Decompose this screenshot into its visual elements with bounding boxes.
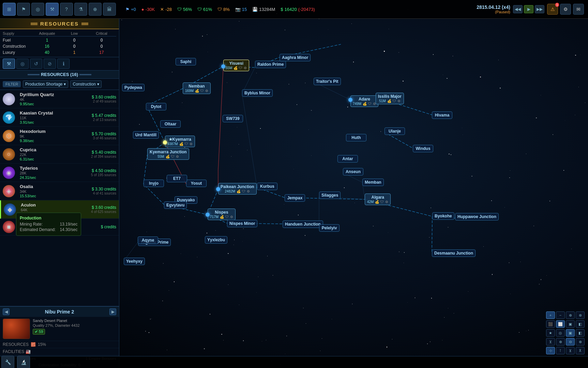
map-node-byokohe[interactable]: Byokohe xyxy=(432,212,454,220)
map-node-sw739[interactable]: SW739 xyxy=(223,115,243,122)
map-node-et7[interactable]: ET7 xyxy=(167,175,187,182)
bottom-nav-1[interactable]: 🔧 xyxy=(1,356,14,368)
map-node-kurbus[interactable]: Kurbus xyxy=(257,183,277,190)
time-forward[interactable]: ▶▶ xyxy=(535,5,544,13)
map-node-windus[interactable]: Windus xyxy=(413,145,433,152)
map-zoom-out[interactable]: − xyxy=(556,311,565,319)
map-extra1[interactable]: ⊹ xyxy=(546,347,555,354)
resource-item-osalia[interactable]: ◈ Osalia 34K 15.53/sec $ 3.30 credits 4 … xyxy=(0,182,119,200)
map-extra4[interactable]: ⊼ xyxy=(576,347,585,354)
map-layer1[interactable]: ⬛ xyxy=(546,320,555,328)
time-rewind[interactable]: ◀◀ xyxy=(513,5,523,13)
map-layer2[interactable]: ⬜ xyxy=(556,320,565,328)
map-filter3[interactable]: ▣ xyxy=(566,329,575,337)
map-node-antar[interactable]: Antar xyxy=(337,155,358,163)
map-node-pydepwa[interactable]: Pydepwa xyxy=(122,84,145,91)
map-node-yyxlezbu[interactable]: Yyxlezbu xyxy=(205,236,227,244)
resource-item-hexodorium[interactable]: ⬡ Hexodorium 9K 9.38/sec $ 5.70 credits … xyxy=(0,127,119,145)
resource-item-cuprica[interactable]: ○ Cuprica 22K 6.31/sec $ 5.40 credits 2 … xyxy=(0,145,119,164)
map-node-kyemarra_junc[interactable]: Kyemarra Junction 55M 💰🛡⚙ xyxy=(147,148,189,160)
tab-circle[interactable]: ◎ xyxy=(16,59,29,69)
map-node-raldon[interactable]: Raldon Prime xyxy=(255,61,286,68)
map-node-handuen[interactable]: Handuen Junction xyxy=(283,220,323,228)
map-reset[interactable]: ⊗ xyxy=(576,311,585,319)
notif-alert[interactable]: ⚠ 1 xyxy=(547,4,558,15)
map-node-yisuesi[interactable]: Yisuesi 55M 💰🛡⚙ xyxy=(223,60,249,71)
nav-btn-empire[interactable]: 🏛 xyxy=(103,3,116,16)
supply-construction-low: 0 xyxy=(61,44,88,49)
map-layer3[interactable]: ▣ xyxy=(566,320,575,328)
map-filter2[interactable]: ◎ xyxy=(556,329,565,337)
planet-next-btn[interactable]: ▶ xyxy=(109,308,116,315)
map-filter4[interactable]: ◧ xyxy=(576,329,585,337)
tab-info[interactable]: ℹ xyxy=(57,59,70,69)
nav-btn-research[interactable]: ⚗ xyxy=(74,3,87,16)
map-filter1[interactable]: ★ xyxy=(546,329,555,337)
map-node-byblus[interactable]: Byblus Minor xyxy=(242,89,273,97)
map-opt3[interactable]: ⊖ xyxy=(566,338,575,346)
resource-list[interactable]: ◇ Dyrillium Quartz 4K 9.95/sec $ 3.60 cr… xyxy=(0,90,119,306)
map-node-inyjo[interactable]: Inyjo xyxy=(144,180,164,187)
map-node-nemban[interactable]: Nemban 169M 💰🛡⚙ xyxy=(183,82,211,94)
map-node-pelelyiv[interactable]: Pelelyiv xyxy=(319,224,340,232)
map-extra2[interactable]: ⊺ xyxy=(556,347,565,354)
filter-label[interactable]: FILTER xyxy=(3,81,21,87)
map-node-nispes_minor[interactable]: Nispes Minor xyxy=(227,220,257,227)
tab-hammer[interactable]: ⚒ xyxy=(3,59,15,69)
map-node-ulanje[interactable]: Ulanje xyxy=(385,127,405,135)
map-node-adare[interactable]: Adare 749M 💰🛡⚙ xyxy=(350,95,378,107)
bottom-nav-2[interactable]: 🔬 xyxy=(17,356,30,368)
map-node-huppawoe[interactable]: Huppawoe Junction xyxy=(455,213,499,220)
map-opt2[interactable]: ⊕ xyxy=(556,338,565,346)
filter-dropdown-shortage[interactable]: Production Shortage ▾ xyxy=(23,80,68,88)
nav-btn-map[interactable]: ⊞ xyxy=(3,3,16,16)
planet-prev-btn[interactable]: ◀ xyxy=(3,308,10,315)
supply-fuel-name: Fuel xyxy=(3,38,33,43)
map-extra3[interactable]: ⊻ xyxy=(566,347,575,354)
map-zoom-in[interactable]: + xyxy=(546,311,555,319)
nav-btn-help[interactable]: ? xyxy=(60,3,73,16)
map-node-paikean[interactable]: Paikean Junction 2482M 💰🛡⚙ xyxy=(218,183,257,195)
map-node-yeehyxy[interactable]: Yeehyxy xyxy=(124,258,145,265)
map-node-memban[interactable]: Memban xyxy=(362,179,384,186)
map-node-dytot[interactable]: Dytot xyxy=(146,103,166,110)
map-node-yosut[interactable]: Yosut xyxy=(186,180,207,187)
map-node-oltaar[interactable]: Oltaar xyxy=(160,120,181,128)
map-node-saphi[interactable]: Saphi xyxy=(176,58,196,65)
nav-btn-construct[interactable]: ⚒ xyxy=(46,3,59,16)
nav-btn-expand[interactable]: ⊕ xyxy=(89,3,102,16)
planet-image[interactable] xyxy=(3,319,30,339)
map-node-silagges[interactable]: Silagges xyxy=(319,191,341,199)
map-node-egvytavu[interactable]: Egvytavu xyxy=(164,201,187,209)
resource-item-aculon[interactable]: ◆ Aculon 64K -1.11/sec $ 3.60 credits 4 … xyxy=(0,200,119,219)
map-node-jempax[interactable]: Jempax xyxy=(285,194,305,202)
res-rate-tyderios: 24.31/sec xyxy=(20,175,89,180)
map-node-algara[interactable]: Algara 42M 💰🛡⚙ xyxy=(365,194,391,205)
map-node-nispes[interactable]: Nispes 717M 💰🛡⚙ xyxy=(208,209,236,220)
resource-item-tyderios[interactable]: ◉ Tyderios 28K 24.31/sec $ 4.50 credits … xyxy=(0,164,119,182)
map-node-hivama[interactable]: Hivama xyxy=(432,111,452,119)
map-node-anseun[interactable]: Anseun xyxy=(343,168,363,175)
filter-dropdown-construction[interactable]: Construction ▾ xyxy=(70,80,101,88)
map-node-issilis[interactable]: Issilis Major 51M 💰🛡⚙ xyxy=(376,93,404,104)
map-fit[interactable]: ⊕ xyxy=(566,311,575,319)
map-node-aqyne[interactable]: Aqyne xyxy=(138,236,158,244)
map-opt1[interactable]: ⊻ xyxy=(546,338,555,346)
tab-minus[interactable]: ⊘ xyxy=(44,59,56,69)
tab-reload[interactable]: ↺ xyxy=(30,59,42,69)
notif-settings[interactable]: ⚙ xyxy=(560,4,571,15)
map-opt4[interactable]: ⊗ xyxy=(576,338,585,346)
nav-btn-radar[interactable]: ◎ xyxy=(31,3,44,16)
nav-btn-flags[interactable]: ⚑ xyxy=(17,3,30,16)
map-node-traitors[interactable]: Traitor's Pit xyxy=(314,78,341,85)
map-node-kyemarra[interactable]: ★Kyemarra 9387M 💰🛡⚙ xyxy=(165,136,195,147)
map-node-desmaanu[interactable]: Desmaanu Junction xyxy=(432,249,476,257)
resource-item-dyrillium[interactable]: ◇ Dyrillium Quartz 4K 9.95/sec $ 3.60 cr… xyxy=(0,90,119,108)
map-layer4[interactable]: ◧ xyxy=(576,320,585,328)
time-pause[interactable]: ▶ xyxy=(524,5,533,13)
map-node-aaghra[interactable]: Aaghra Minor xyxy=(280,54,311,61)
notif-mail[interactable]: ✉ xyxy=(573,4,584,15)
map-node-urd_mantill[interactable]: Urd Mantill xyxy=(133,131,159,139)
resource-item-kaasian[interactable]: 💎 Kaasian Crystal 11K 3.91/sec $ 5.47 cr… xyxy=(0,108,119,127)
map-node-huth[interactable]: Huth xyxy=(346,134,366,141)
